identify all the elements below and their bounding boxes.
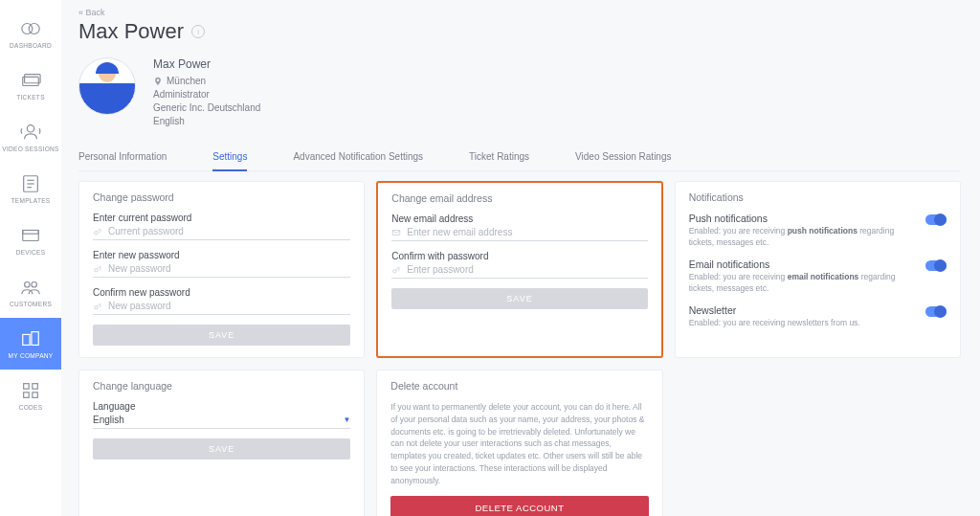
key-icon [93, 302, 102, 311]
sidebar-item-codes[interactable]: CODES [0, 370, 61, 421]
profile-location-text: München [167, 76, 206, 86]
sidebar-item-label: CODES [19, 404, 43, 411]
sidebar-item-video-sessions[interactable]: VIDEO SESSIONS [0, 111, 61, 163]
svg-rect-3 [25, 75, 41, 83]
pin-icon [153, 77, 163, 86]
profile-company: Generic Inc. Deutschland [153, 102, 260, 113]
field-label: Confirm with password [391, 251, 647, 261]
avatar [78, 57, 136, 115]
field-label: Language [93, 401, 350, 412]
card-title: Delete account [390, 380, 648, 392]
delete-account-button[interactable]: DELETE ACCOUNT [390, 496, 648, 516]
sidebar-item-label: CUSTOMERS [10, 301, 52, 307]
notifications-card: Notifications Push notifications Enabled… [675, 181, 961, 358]
tab-personal-info[interactable]: Personal Information [78, 151, 167, 170]
svg-point-23 [393, 269, 396, 272]
page-title-text: Max Power [78, 19, 184, 44]
profile-name: Max Power [153, 57, 260, 71]
tab-settings[interactable]: Settings [212, 151, 247, 171]
codes-icon [20, 380, 41, 401]
save-password-button[interactable]: SAVE [93, 325, 350, 346]
svg-point-4 [27, 125, 33, 132]
sidebar-item-dashboard[interactable]: DASHBOARD [0, 8, 61, 59]
page-title: Max Power i [78, 19, 961, 44]
devices-icon [20, 225, 41, 246]
notif-title: Newsletter [689, 304, 918, 316]
current-password-input[interactable] [108, 226, 350, 236]
change-email-card: Change email address New email address C… [376, 181, 662, 358]
sidebar-item-label: MY COMPANY [9, 352, 54, 359]
tab-adv-notifications[interactable]: Advanced Notification Settings [293, 151, 423, 170]
profile-location: München [153, 76, 260, 86]
svg-rect-13 [23, 334, 30, 345]
newsletter-toggle[interactable] [925, 306, 947, 317]
language-select[interactable]: English ▼ [93, 415, 350, 429]
svg-rect-22 [393, 230, 401, 235]
change-password-card: Change password Enter current password E… [78, 181, 365, 358]
sidebar-item-tickets[interactable]: TICKETS [0, 59, 61, 111]
svg-rect-2 [23, 77, 39, 85]
sidebar-item-label: VIDEO SESSIONS [2, 146, 58, 152]
svg-point-20 [95, 268, 98, 271]
back-link[interactable]: « Back [78, 8, 961, 17]
confirm-password-input[interactable] [108, 301, 350, 311]
new-email-input[interactable] [407, 227, 647, 237]
profile-info: Max Power München Administrator Generic … [153, 57, 260, 126]
field-label: Confirm new password [93, 287, 350, 298]
tab-ticket-ratings[interactable]: Ticket Ratings [469, 151, 529, 170]
sidebar-item-templates[interactable]: TEMPLATES [0, 163, 61, 214]
notif-desc: Enabled: you are receiving newsletters f… [689, 318, 918, 329]
notif-title: Email notifications [689, 258, 918, 270]
email-notifications-row: Email notifications Enabled: you are rec… [689, 258, 947, 295]
card-title: Change password [93, 191, 350, 203]
sidebar-item-label: TICKETS [16, 94, 45, 101]
key-icon [391, 265, 401, 275]
change-language-card: Change language Language English ▼ SAVE [78, 370, 365, 516]
sidebar: DASHBOARD TICKETS VIDEO SESSIONS TEMPLAT… [0, 0, 61, 516]
svg-rect-15 [24, 384, 30, 390]
delete-account-card: Delete account If you want to permanentl… [376, 370, 662, 516]
svg-rect-16 [33, 384, 38, 390]
field-label: New email address [391, 213, 647, 224]
dashboard-icon [20, 18, 41, 39]
notif-desc: Enabled: you are receiving push notifica… [689, 226, 918, 249]
save-language-button[interactable]: SAVE [93, 438, 350, 460]
customers-icon [20, 277, 41, 298]
card-title: Notifications [689, 191, 947, 203]
new-password-input[interactable] [108, 263, 350, 274]
email-toggle[interactable] [925, 260, 947, 271]
svg-point-19 [95, 231, 98, 234]
field-label: Enter current password [93, 213, 350, 223]
push-toggle[interactable] [925, 214, 947, 225]
tab-video-ratings[interactable]: Video Session Ratings [575, 151, 671, 170]
sidebar-item-customers[interactable]: CUSTOMERS [0, 266, 61, 318]
card-title: Change email address [391, 192, 647, 204]
chevron-down-icon: ▼ [343, 415, 350, 424]
svg-point-21 [95, 305, 98, 308]
svg-rect-18 [33, 393, 38, 398]
language-value: English [93, 415, 124, 425]
sidebar-item-label: TEMPLATES [11, 197, 51, 204]
sidebar-item-devices[interactable]: DEVICES [0, 214, 61, 266]
notif-title: Push notifications [689, 213, 918, 224]
main-content: « Back Max Power i Max Power München Adm… [61, 0, 980, 516]
delete-account-text: If you want to permanently delete your a… [390, 401, 648, 486]
my-company-icon [20, 328, 41, 349]
sidebar-item-label: DASHBOARD [10, 42, 52, 49]
email-icon [391, 228, 401, 237]
svg-rect-9 [23, 231, 39, 241]
email-confirm-password-input[interactable] [407, 264, 647, 275]
key-icon [93, 227, 102, 236]
sidebar-item-my-company[interactable]: MY COMPANY [0, 318, 61, 370]
profile-header: Max Power München Administrator Generic … [78, 57, 961, 126]
profile-role: Administrator [153, 89, 260, 100]
field-label: Enter new password [93, 250, 350, 260]
info-icon[interactable]: i [191, 25, 205, 38]
push-notifications-row: Push notifications Enabled: you are rece… [689, 213, 947, 249]
video-sessions-icon [20, 122, 41, 143]
sidebar-item-label: DEVICES [16, 249, 46, 256]
save-email-button[interactable]: SAVE [391, 288, 647, 309]
tabs: Personal Information Settings Advanced N… [78, 151, 961, 171]
svg-point-11 [25, 282, 30, 288]
tickets-icon [20, 70, 41, 91]
